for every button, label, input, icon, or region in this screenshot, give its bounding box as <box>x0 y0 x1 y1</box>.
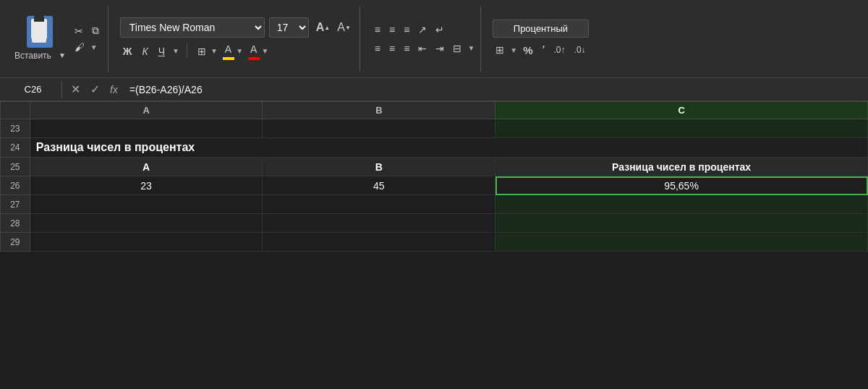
align-row1: ≡ ≡ ≡ ↗ ↵ <box>372 22 475 37</box>
cancel-formula-button[interactable]: ✕ <box>68 81 83 98</box>
row-num-26: 26 <box>1 176 30 195</box>
cell-b25[interactable]: B <box>263 158 495 176</box>
col-header-c[interactable]: C <box>495 102 868 119</box>
formula-bar: ✕ ✓ fx <box>0 78 868 101</box>
font-color-button[interactable]: A <box>247 42 260 56</box>
font-grow-button[interactable]: A▲ <box>313 20 333 35</box>
align-middle-button[interactable]: ≡ <box>386 22 398 37</box>
formula-input[interactable] <box>127 81 864 98</box>
cell-a24-merged[interactable]: Разница чисел в процентах <box>30 138 867 158</box>
cell-c26[interactable]: 95,65% <box>495 176 868 195</box>
underline-button[interactable]: Ч <box>156 44 168 59</box>
cell-c27[interactable] <box>495 195 868 214</box>
svg-rect-4 <box>34 34 41 35</box>
cell-b28[interactable] <box>263 214 495 233</box>
bold-button[interactable]: Ж <box>120 44 135 59</box>
table-row: 29 <box>1 233 868 252</box>
align-center-button[interactable]: ≡ <box>386 41 398 56</box>
indent-increase-button[interactable]: ⇥ <box>433 41 447 56</box>
number-format-display: Процентный <box>493 20 588 38</box>
col-header-a[interactable]: A <box>30 102 263 119</box>
formula-controls: ✕ ✓ fx <box>68 81 121 98</box>
dropdown-arrow: ▼ <box>90 43 98 51</box>
underline-dropdown[interactable]: ▼ <box>172 47 179 55</box>
decimal-increase-button[interactable]: .0↑ <box>551 43 569 56</box>
table-row: 28 <box>1 214 868 233</box>
row-num-27: 27 <box>1 195 30 214</box>
font-size-buttons: A▲ A▼ <box>313 20 354 35</box>
merge-button[interactable]: ⊟ <box>450 41 464 56</box>
cell-c28[interactable] <box>495 214 868 233</box>
cell-b23[interactable] <box>263 119 495 138</box>
column-header-row: A B C <box>1 102 868 119</box>
cell-a29[interactable] <box>30 233 263 252</box>
borders-button[interactable]: ⊞ <box>195 44 209 59</box>
cut-icon[interactable]: ✂ <box>72 24 86 38</box>
cell-reference-input[interactable] <box>4 81 62 98</box>
merge-dropdown[interactable]: ▼ <box>467 44 475 52</box>
row-num-25: 25 <box>1 158 30 176</box>
highlight-color-indicator: A <box>222 42 234 60</box>
percent-button[interactable]: % <box>520 43 535 58</box>
toolbar: Вставить ▼ ✂ ⧉ 🖌 ▼ Times New Roman <box>0 0 868 78</box>
table-row: 26 23 45 95,65% <box>1 176 868 195</box>
align-bottom-button[interactable]: ≡ <box>401 22 412 37</box>
cell-b27[interactable] <box>263 195 495 214</box>
currency-dropdown[interactable]: ▼ <box>510 46 517 54</box>
font-color-bar <box>248 57 260 60</box>
confirm-formula-button[interactable]: ✓ <box>88 81 103 98</box>
fx-label: fx <box>107 84 121 95</box>
paste-section: Вставить ▼ ✂ ⧉ 🖌 ▼ <box>6 7 109 72</box>
number-section: Процентный ⊞ ▼ % ʼ .0↑ .0↓ <box>487 7 594 72</box>
comma-button[interactable]: ʼ <box>539 42 548 58</box>
paste-label[interactable]: Вставить <box>12 49 54 62</box>
decimal-decrease-button[interactable]: .0↓ <box>571 43 589 56</box>
cell-a23[interactable] <box>30 119 263 138</box>
cell-c29[interactable] <box>495 233 868 252</box>
table-row: 27 <box>1 195 868 214</box>
spreadsheet-table: A B C 23 24 Разница чисел в процентах 25… <box>0 101 868 252</box>
cell-a27[interactable] <box>30 195 263 214</box>
svg-rect-3 <box>34 31 44 33</box>
font-row2: Ж К Ч ▼ ⊞ ▼ A ▼ A <box>120 42 354 60</box>
cell-c23[interactable] <box>495 119 868 138</box>
copy-icon[interactable]: ⧉ <box>89 23 102 38</box>
font-name-select[interactable]: Times New Roman <box>120 17 265 38</box>
wrap-text-button[interactable]: ↵ <box>433 22 447 37</box>
cell-c25[interactable]: Разница чисел в процентах <box>495 158 868 176</box>
cell-b26[interactable]: 45 <box>263 176 495 195</box>
highlight-color-bar <box>223 57 234 60</box>
align-section: ≡ ≡ ≡ ↗ ↵ ≡ ≡ ≡ ⇤ ⇥ ⊟ ▼ <box>366 7 481 72</box>
row-num-29: 29 <box>1 233 30 252</box>
corner-header <box>1 102 30 119</box>
spreadsheet-area: A B C 23 24 Разница чисел в процентах 25… <box>0 101 868 389</box>
paste-dropdown-icon[interactable]: ▼ <box>56 50 69 61</box>
col-header-b[interactable]: B <box>263 102 495 119</box>
format-painter-icon[interactable]: 🖌 <box>72 40 88 54</box>
font-row1: Times New Roman 17 A▲ A▼ <box>120 17 354 38</box>
align-row2: ≡ ≡ ≡ ⇤ ⇥ ⊟ ▼ <box>372 41 475 56</box>
highlight-button[interactable]: A <box>222 42 234 56</box>
svg-rect-1 <box>35 20 44 25</box>
cell-a26[interactable]: 23 <box>30 176 263 195</box>
table-row: 23 <box>1 119 868 138</box>
currency-button[interactable]: ⊞ <box>493 43 507 57</box>
align-top-button[interactable]: ≡ <box>372 22 383 37</box>
cell-b29[interactable] <box>263 233 495 252</box>
cell-a25[interactable]: A <box>30 158 263 176</box>
highlight-dropdown[interactable]: ▼ <box>236 47 243 55</box>
font-shrink-button[interactable]: A▼ <box>334 20 354 35</box>
align-right-button[interactable]: ≡ <box>401 41 412 56</box>
sort-ascending-button[interactable]: ↗ <box>415 22 430 37</box>
borders-dropdown[interactable]: ▼ <box>210 47 218 55</box>
align-left-button[interactable]: ≡ <box>372 41 383 56</box>
svg-rect-2 <box>34 28 44 30</box>
font-color-dropdown[interactable]: ▼ <box>261 47 268 55</box>
font-color-indicator: A <box>247 42 260 60</box>
indent-decrease-button[interactable]: ⇤ <box>415 41 430 56</box>
cell-a28[interactable] <box>30 214 263 233</box>
italic-button[interactable]: К <box>139 44 150 59</box>
row-num-23: 23 <box>1 119 30 138</box>
number-format-row2: ⊞ ▼ % ʼ .0↑ .0↓ <box>493 42 588 58</box>
font-size-select[interactable]: 17 <box>269 17 309 38</box>
